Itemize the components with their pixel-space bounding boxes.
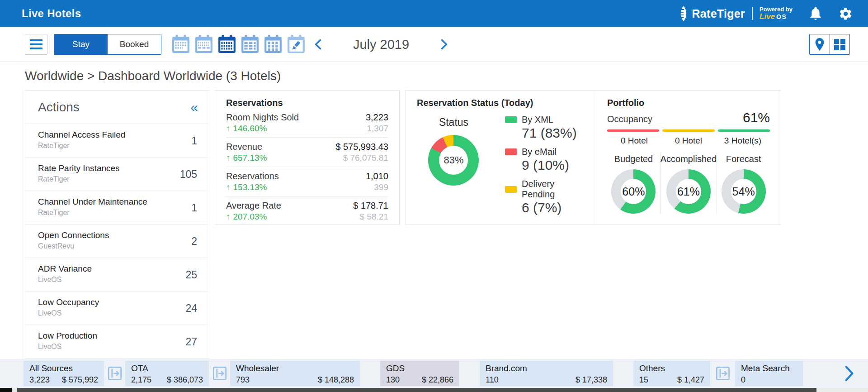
band-segment-red	[607, 129, 659, 132]
reservations-metric-row: Room Nights Sold3,223 ↑146.60%1,307	[226, 108, 388, 138]
source-tile-gds[interactable]: GDS 130$ 22,866	[380, 361, 459, 386]
top-bar: Live Hotels RateTiger Powered by LiveOS	[0, 0, 868, 27]
band-label: 0 Hotel	[661, 136, 716, 146]
source-tile-ota[interactable]: OTA 2,175$ 386,073	[125, 361, 209, 386]
tab-booked[interactable]: Booked	[108, 34, 161, 54]
location-pin-icon	[814, 38, 825, 51]
tab-stay[interactable]: Stay	[54, 34, 108, 54]
action-count: 27	[185, 336, 197, 348]
action-item[interactable]: Channel Access Failed RateTiger 1	[25, 124, 209, 158]
brand-name: RateTiger	[692, 7, 745, 20]
legend-swatch	[505, 148, 517, 155]
notifications-bell-icon[interactable]	[809, 6, 822, 21]
budgeted-donut-chart: 60%	[611, 169, 656, 214]
calendar-list-icon[interactable]	[241, 35, 259, 54]
actions-title: Actions	[38, 100, 80, 115]
up-arrow-icon: ↑	[226, 212, 231, 221]
app-title: Live Hotels	[22, 7, 81, 20]
view-switcher	[809, 34, 850, 55]
up-arrow-icon: ↑	[226, 153, 231, 163]
reservations-card: Reservations Room Nights Sold3,223 ↑146.…	[215, 90, 400, 225]
action-count: 2	[191, 235, 197, 247]
calendar-weekly-icon[interactable]	[195, 35, 212, 54]
prev-month-button[interactable]	[315, 39, 321, 50]
band-segment-green	[718, 129, 770, 132]
sources-bottom-bar: All Sources 3,223$ 575,992 OTA 2,175$ 38…	[0, 359, 868, 388]
expand-source-icon[interactable]	[212, 367, 226, 381]
up-arrow-icon: ↑	[226, 182, 231, 192]
calendar-daily-icon[interactable]	[172, 35, 189, 54]
powered-by-liveos: Powered by LiveOS	[760, 6, 793, 20]
action-item[interactable]: Open Connections GuestRevu 2	[25, 225, 209, 258]
portfolio-title: Portfolio	[607, 98, 770, 108]
actions-panel: Actions « Channel Access Failed RateTige…	[25, 90, 209, 359]
scrollbar-corner	[0, 388, 12, 392]
action-count: 105	[180, 168, 197, 180]
occupancy-value: 61%	[743, 110, 770, 125]
source-tile-others[interactable]: Others 15$ 1,427	[633, 361, 710, 386]
next-month-button[interactable]	[441, 39, 448, 50]
calendar-edit-icon[interactable]	[288, 35, 305, 54]
source-tile-brand-com[interactable]: Brand.com 110$ 17,338	[480, 361, 613, 386]
reservation-status-card: Reservation Status (Today) Status 83% By…	[406, 90, 596, 225]
expand-source-icon[interactable]	[108, 367, 122, 381]
ratetiger-logo: RateTiger Powered by LiveOS	[679, 6, 793, 21]
status-legend: By XML 71 (83%) By eMail 9 (10%) Deliver…	[505, 115, 585, 215]
up-arrow-icon: ↑	[226, 124, 231, 133]
gauge-budgeted: Budgeted 60%	[607, 153, 660, 214]
live-hotels-dashboard: Live Hotels RateTiger Powered by LiveOS	[0, 0, 868, 392]
status-donut-center: 83%	[443, 154, 463, 166]
status-title: Reservation Status (Today)	[417, 98, 585, 108]
portfolio-card: Portfolio Occupancy 61% 0 Hotel 0 Hotel …	[596, 90, 781, 225]
band-label: 3 Hotel(s)	[716, 136, 770, 146]
legend-item: Delivery Pending 6 (7%)	[505, 179, 585, 215]
menu-hamburger-button[interactable]	[25, 34, 47, 55]
source-tile-wholesaler[interactable]: Wholesaler 793$ 148,288	[230, 361, 360, 386]
breadcrumb: Worldwide > Dashboard Worldwide (3 Hotel…	[0, 62, 868, 90]
brand-divider	[752, 7, 753, 20]
horizontal-scrollbar[interactable]	[0, 388, 868, 392]
settings-gear-icon[interactable]	[839, 7, 853, 21]
scrollbar-thumb[interactable]	[17, 388, 816, 392]
action-item[interactable]: Low Production LiveOS 27	[25, 325, 209, 359]
calendar-monthly-icon[interactable]	[218, 35, 236, 54]
legend-swatch	[505, 186, 517, 193]
action-item[interactable]: Rate Parity Instances RateTiger 105	[25, 158, 209, 191]
source-tile-meta-search[interactable]: Meta Search 0	[735, 361, 803, 386]
occupancy-label: Occupancy	[607, 114, 652, 124]
status-donut-chart: 83%	[428, 135, 479, 186]
map-view-button[interactable]	[810, 34, 830, 54]
action-count: 24	[185, 302, 197, 314]
toolbar: Stay Booked July 2	[0, 27, 868, 62]
reservations-metric-row: Reservations1,010 ↑153.13%399	[226, 167, 388, 196]
calendar-grid-icon[interactable]	[264, 35, 282, 54]
gauge-accomplished: Accomplished 61%	[660, 153, 717, 214]
accomplished-donut-chart: 61%	[666, 169, 711, 214]
occupancy-band-bar	[607, 129, 770, 132]
current-month-label: July 2019	[333, 37, 429, 52]
action-item[interactable]: Low Occupancy LiveOS 24	[25, 292, 209, 325]
grid-view-button[interactable]	[830, 34, 849, 54]
legend-swatch	[505, 116, 517, 123]
reservations-metric-row: Revenue$ 575,993.43 ↑657.13%$ 76,075.81	[226, 138, 388, 167]
source-tile-all-sources[interactable]: All Sources 3,223$ 575,992	[24, 361, 104, 386]
legend-item: By eMail 9 (10%)	[505, 147, 585, 173]
reservations-title: Reservations	[226, 98, 388, 108]
action-item[interactable]: Channel Under Maintenance RateTiger 1	[25, 191, 209, 225]
action-count: 25	[185, 268, 197, 281]
expand-source-icon[interactable]	[716, 367, 730, 381]
scroll-tiles-next-button[interactable]	[844, 365, 854, 382]
tiger-icon	[679, 6, 688, 21]
legend-item: By XML 71 (83%)	[505, 115, 585, 141]
action-item[interactable]: ADR Variance LiveOS 25	[25, 258, 209, 292]
band-label: 0 Hotel	[607, 136, 661, 146]
action-count: 1	[191, 201, 197, 214]
grid-icon	[834, 39, 845, 50]
status-chart-label: Status	[421, 116, 486, 129]
calendar-view-buttons	[172, 35, 305, 54]
action-count: 1	[191, 134, 197, 147]
collapse-panel-button[interactable]: «	[190, 100, 198, 114]
stay-booked-toggle: Stay Booked	[54, 34, 161, 55]
gauge-forecast: Forecast 54%	[717, 153, 770, 214]
band-segment-yellow	[662, 129, 714, 132]
